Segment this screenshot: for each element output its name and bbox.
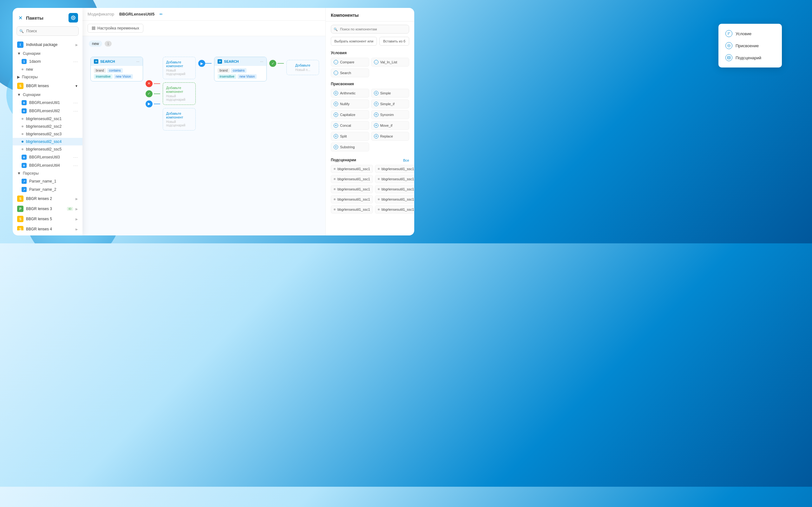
close-button[interactable]: ✕: [17, 14, 23, 21]
canvas-tab-new[interactable]: new: [89, 41, 102, 47]
arrow-line-2: [205, 63, 212, 64]
component-compare[interactable]: ↔ Compare: [331, 58, 369, 66]
subscenario-item-1[interactable]: bbgrlensesutil1_ssc1: [331, 165, 373, 173]
bbgr-lenses-2-label: BBGR lenses 2: [26, 196, 73, 201]
blue-arrow-btn-2[interactable]: ▶: [198, 60, 205, 67]
canvas-area: new 1 ⟳ SEARCH ··· brand con: [83, 36, 325, 235]
insert-button[interactable]: Вставить из б: [379, 37, 409, 46]
component-simple[interactable]: ⊕ Simple: [371, 89, 409, 98]
bbgr-lenses-2-item[interactable]: S BBGR lenses 2 ▶: [13, 193, 83, 204]
component-nullify[interactable]: ⊕ Nullify: [331, 100, 369, 108]
subscenario-item-10[interactable]: bbgrlensesutil1_ssc1: [375, 205, 414, 214]
add-node-3[interactable]: Добавьте компонент Новый подсценарий: [163, 108, 196, 130]
subscenario-item-8[interactable]: bbgrlensesutil1_ssc1: [375, 195, 414, 204]
bbgrlensesutil2-label: BBGRLensesUtil2: [29, 109, 71, 113]
subscenario-label-9: bbgrlensesutil1_ssc1: [338, 208, 370, 211]
sidebar-item-parser2[interactable]: ↗ Parser_name_2: [13, 185, 83, 193]
sidebar-item-bbgrlensesutil1[interactable]: B BBGRLensesUtil1 ···: [13, 99, 83, 107]
subscenario-item-9[interactable]: bbgrlensesutil1_ssc1: [331, 205, 373, 214]
parser1-label: Parser_name_1: [29, 179, 78, 183]
component-search[interactable]: ↔ Search: [331, 68, 369, 77]
add-node-1[interactable]: Добавьте компонент Новый подсценарий: [163, 57, 196, 79]
component-val-in-list[interactable]: ↔ Val_In_List: [371, 58, 409, 66]
add-node-4[interactable]: Добавьте Новый п...: [287, 60, 319, 75]
bbgrlensesutil4-dots[interactable]: ···: [73, 163, 78, 168]
component-replace[interactable]: ⊕ Replace: [371, 132, 409, 141]
scenarios-section-1[interactable]: ▼ Сценарии: [13, 50, 83, 57]
scenarios-chevron-1: ▼: [17, 51, 21, 56]
bbgr-lenses-4-item[interactable]: S BBGR lenses 4 ▶: [13, 224, 83, 230]
search-node-2-header: ⟳ SEARCH ···: [214, 57, 266, 66]
subscenario-dot-5: [334, 188, 336, 190]
component-synonim[interactable]: ⊕ Synonim: [371, 110, 409, 119]
var-settings-icon: [92, 26, 96, 30]
sidebar-item-ssc5[interactable]: bbgrlensesutil2_ssc5: [13, 146, 83, 153]
new-label: new: [26, 67, 78, 72]
subscenario-item-5[interactable]: bbgrlensesutil1_ssc1: [331, 185, 373, 193]
blue-arrow-btn[interactable]: ▶: [146, 101, 153, 107]
sidebar-item-ssc4[interactable]: bbgrlensesutil2_ssc4: [13, 138, 83, 146]
add-node-2[interactable]: Добавьте компонент Новый подсценарий: [163, 82, 196, 105]
search-node-2-menu[interactable]: ···: [260, 59, 263, 64]
bbgr-scenarios-section[interactable]: ▼ Сценарии: [13, 91, 83, 99]
bbgr-lenses-3-item[interactable]: P BBGR lenses 3 ID ▶: [13, 204, 83, 214]
component-move-if[interactable]: ⊕ Move_if: [371, 121, 409, 130]
conditions-grid: ↔ Compare ↔ Val_In_List ↔ Search: [331, 58, 409, 77]
bbgrlensesutil2-dots[interactable]: ···: [73, 108, 78, 113]
sidebar-item-bbgrlensesutil3[interactable]: B BBGRLensesUtil3 ···: [13, 153, 83, 161]
tag-insensitive-1: insensitive: [94, 74, 113, 79]
subscenario-dot-4: [378, 178, 380, 180]
sidebar-search-input[interactable]: [16, 26, 79, 36]
toolbar: Настройка переменных: [83, 20, 325, 36]
svg-rect-4: [94, 29, 95, 30]
bbgrlensesutil1-dots[interactable]: ···: [73, 100, 78, 105]
component-concat[interactable]: ⊕ Concat: [331, 121, 369, 130]
sidebar-item-bbgrlensesutil2[interactable]: B BBGRLensesUtil2 ···: [13, 107, 83, 115]
bbgrlensesutil3-dots[interactable]: ···: [73, 155, 78, 160]
search-node-1-label: SEARCH: [100, 60, 115, 63]
subscenario-item-7[interactable]: bbgrlensesutil1_ssc1: [331, 195, 373, 204]
var-settings-button[interactable]: Настройка переменных: [88, 24, 143, 33]
select-component-button[interactable]: Выбрать компонент или: [331, 37, 377, 46]
green-arrow-btn-2[interactable]: ✓: [269, 60, 276, 67]
sidebar-content: I Individual package ▶ ▼ Сценарии 1 1dao…: [13, 40, 83, 230]
subscenario-item-4[interactable]: bbgrlensesutil1_ssc1: [375, 175, 414, 183]
bbgr-parsers-section[interactable]: ▼ Парсеры: [13, 170, 83, 177]
component-arithmetic[interactable]: ⊕ Arithmetic: [331, 89, 369, 98]
sidebar-item-ssc3[interactable]: bbgrlensesutil2_ssc3: [13, 130, 83, 138]
bbgrlensesutil3-label: BBGRLensesUtil3: [29, 155, 71, 159]
connector-group-2: ✓: [269, 60, 284, 67]
subscenario-item-6[interactable]: bbgrlensesutil1_ssc1: [375, 185, 414, 193]
search-node-1-menu[interactable]: ···: [136, 59, 140, 64]
green-arrow-btn[interactable]: ✓: [146, 90, 153, 97]
component-capitalize[interactable]: ⊕ Capitalize: [331, 110, 369, 119]
settings-button[interactable]: [68, 13, 78, 22]
right-panel-search-input[interactable]: [331, 25, 409, 34]
1daom-dots[interactable]: ···: [73, 59, 78, 64]
red-arrow-btn[interactable]: ✕: [146, 80, 153, 87]
subscenario-item-2[interactable]: bbgrlensesutil1_ssc1: [375, 165, 414, 173]
bbgr-lenses-package[interactable]: S BBGR lenses ▼: [13, 81, 83, 91]
svg-rect-2: [94, 27, 95, 28]
sidebar-item-new[interactable]: new: [13, 66, 83, 73]
component-split[interactable]: ⊕ Split: [331, 132, 369, 141]
replace-icon: ⊕: [374, 134, 378, 138]
subscenario-item-3[interactable]: bbgrlensesutil1_ssc1: [331, 175, 373, 183]
sidebar-item-parser1[interactable]: ↗ Parser_name_1: [13, 177, 83, 185]
bbgrlensesutil4-icon: B: [21, 163, 27, 168]
sidebar-item-1daom[interactable]: 1 1daom ···: [13, 57, 83, 66]
parsers-section-1[interactable]: ▶ Парсеры: [13, 73, 83, 81]
sidebar-item-ssc1[interactable]: bbgrlensesutil2_ssc1: [13, 115, 83, 123]
individual-package-item[interactable]: I Individual package ▶: [13, 40, 83, 50]
component-simple-if[interactable]: ⊕ Simple_if: [371, 100, 409, 108]
simple-if-icon: ⊕: [374, 102, 378, 106]
bbgrlensesutil2-icon: B: [21, 108, 27, 113]
bbgr-lenses-5-item[interactable]: S BBGR lenses 5 ▶: [13, 214, 83, 224]
sidebar-header: ✕ Пакеты: [13, 13, 83, 26]
sidebar-item-bbgrlensesutil4[interactable]: B BBGRLensesUtil4 ···: [13, 161, 83, 170]
arrow-line-green: [154, 94, 160, 94]
sidebar-item-ssc2[interactable]: bbgrlensesutil2_ssc2: [13, 123, 83, 130]
see-all-link[interactable]: Все: [403, 158, 409, 162]
component-substring[interactable]: ⊕ Substring: [331, 143, 369, 152]
edit-icon[interactable]: ✏: [159, 12, 163, 16]
